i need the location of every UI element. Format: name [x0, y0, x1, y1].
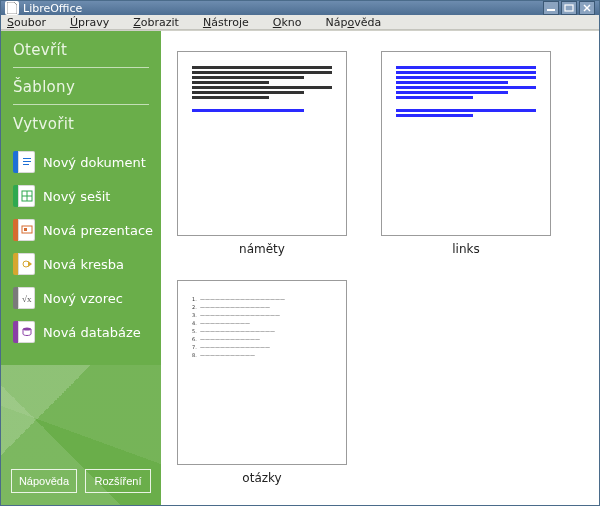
app-icon: [5, 1, 19, 15]
doc-name: otázky: [242, 471, 281, 485]
create-base[interactable]: Nová databáze: [7, 315, 161, 349]
svg-rect-7: [23, 164, 29, 165]
doc-name: links: [452, 242, 479, 256]
create-item-label: Nová databáze: [43, 325, 141, 340]
doc-thumbnail: [381, 51, 551, 236]
menu-zobrazit[interactable]: Zobrazit: [133, 16, 191, 29]
minimize-button[interactable]: [543, 1, 559, 15]
menubar: Soubor Úpravy Zobrazit Nástroje Okno Náp…: [1, 15, 599, 30]
math-icon: √x: [13, 287, 35, 309]
window-title: LibreOffice: [23, 2, 541, 15]
doc-name: náměty: [239, 242, 285, 256]
svg-rect-12: [24, 228, 27, 231]
sidebar-bottom-buttons: Nápověda Rozšíření: [1, 459, 161, 505]
client-area: Otevřít Šablony Vytvořit Nový dokument N…: [1, 30, 599, 505]
create-math[interactable]: √x Nový vzorec: [7, 281, 161, 315]
help-button[interactable]: Nápověda: [11, 469, 77, 493]
create-item-label: Nová prezentace: [43, 223, 153, 238]
create-impress[interactable]: Nová prezentace: [7, 213, 161, 247]
create-draw[interactable]: Nová kresba: [7, 247, 161, 281]
writer-icon: [13, 151, 35, 173]
doc-thumbnail: [177, 51, 347, 236]
svg-marker-0: [7, 2, 17, 14]
create-writer[interactable]: Nový dokument: [7, 145, 161, 179]
recent-documents-area: náměty links 1. —————————————————: [161, 31, 599, 505]
create-item-label: Nový vzorec: [43, 291, 123, 306]
menu-nastroje[interactable]: Nástroje: [203, 16, 261, 29]
titlebar: LibreOffice: [1, 1, 599, 15]
svg-rect-5: [23, 158, 31, 159]
recent-doc[interactable]: náměty: [177, 51, 347, 256]
calc-icon: [13, 185, 35, 207]
base-icon: [13, 321, 35, 343]
svg-point-16: [23, 328, 31, 331]
sidebar-templates[interactable]: Šablony: [1, 68, 161, 104]
recent-doc[interactable]: links: [381, 51, 551, 256]
svg-rect-2: [565, 5, 573, 11]
maximize-button[interactable]: [561, 1, 577, 15]
svg-rect-6: [23, 161, 31, 162]
sidebar-create-list: Nový dokument Nový sešit Nová prezentace…: [1, 141, 161, 349]
create-item-label: Nová kresba: [43, 257, 124, 272]
impress-icon: [13, 219, 35, 241]
extensions-button[interactable]: Rozšíření: [85, 469, 151, 493]
close-button[interactable]: [579, 1, 595, 15]
create-item-label: Nový dokument: [43, 155, 146, 170]
create-item-label: Nový sešit: [43, 189, 110, 204]
svg-text:√x: √x: [22, 294, 32, 304]
draw-icon: [13, 253, 35, 275]
recent-doc[interactable]: 1. ————————————————— 2. —————————————— 3…: [177, 280, 347, 485]
sidebar: Otevřít Šablony Vytvořit Nový dokument N…: [1, 31, 161, 505]
app-window: LibreOffice Soubor Úpravy Zobrazit Nástr…: [0, 0, 600, 506]
sidebar-open[interactable]: Otevřít: [1, 31, 161, 67]
sidebar-create-heading: Vytvořit: [1, 105, 161, 141]
create-calc[interactable]: Nový sešit: [7, 179, 161, 213]
menu-upravy[interactable]: Úpravy: [70, 16, 121, 29]
doc-thumbnail: 1. ————————————————— 2. —————————————— 3…: [177, 280, 347, 465]
menu-napoveda[interactable]: Nápověda: [326, 16, 394, 29]
svg-rect-1: [547, 9, 555, 11]
menu-okno[interactable]: Okno: [273, 16, 314, 29]
svg-marker-14: [28, 261, 32, 267]
menu-soubor[interactable]: Soubor: [7, 16, 58, 29]
